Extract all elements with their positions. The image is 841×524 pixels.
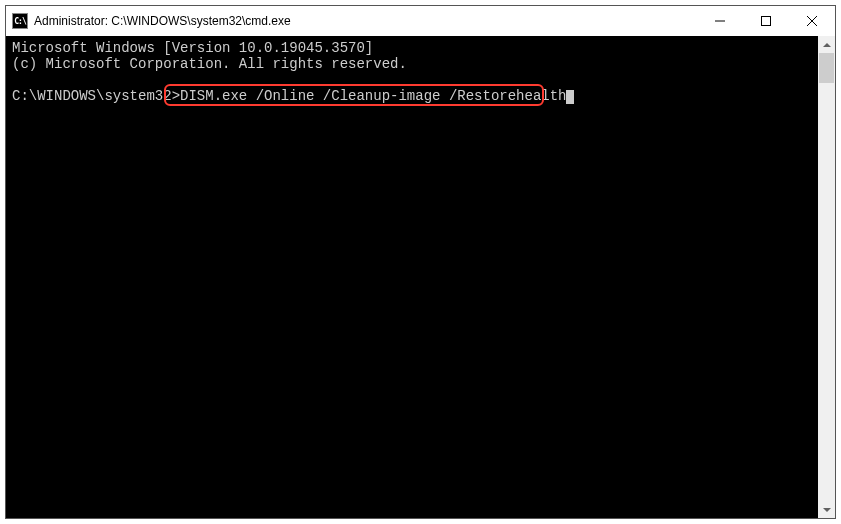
close-button[interactable] [789,6,835,36]
svg-marker-4 [823,43,831,47]
titlebar[interactable]: C:\ Administrator: C:\WINDOWS\system32\c… [6,6,835,36]
command-text: DISM.exe /Online /Cleanup-image /Restore… [180,88,566,104]
minimize-icon [715,16,725,26]
window-controls [697,6,835,36]
maximize-button[interactable] [743,6,789,36]
scroll-down-arrow-icon[interactable] [818,501,835,518]
cursor [566,90,574,104]
prompt-text: C:\WINDOWS\system32> [12,88,180,104]
console-output[interactable]: Microsoft Windows [Version 10.0.19045.35… [6,36,818,518]
maximize-icon [761,16,771,26]
cmd-window: C:\ Administrator: C:\WINDOWS\system32\c… [5,5,836,519]
scroll-up-arrow-icon[interactable] [818,36,835,53]
console-area: Microsoft Windows [Version 10.0.19045.35… [6,36,835,518]
svg-marker-5 [823,508,831,512]
scroll-thumb[interactable] [819,53,834,83]
window-title: Administrator: C:\WINDOWS\system32\cmd.e… [34,14,697,28]
output-line-1: Microsoft Windows [Version 10.0.19045.35… [12,40,373,56]
cmd-icon: C:\ [12,13,28,29]
output-line-2: (c) Microsoft Corporation. All rights re… [12,56,407,72]
svg-rect-1 [762,17,771,26]
minimize-button[interactable] [697,6,743,36]
close-icon [807,16,817,26]
cmd-icon-text: C:\ [14,17,25,26]
scroll-track[interactable] [818,53,835,501]
vertical-scrollbar[interactable] [818,36,835,518]
